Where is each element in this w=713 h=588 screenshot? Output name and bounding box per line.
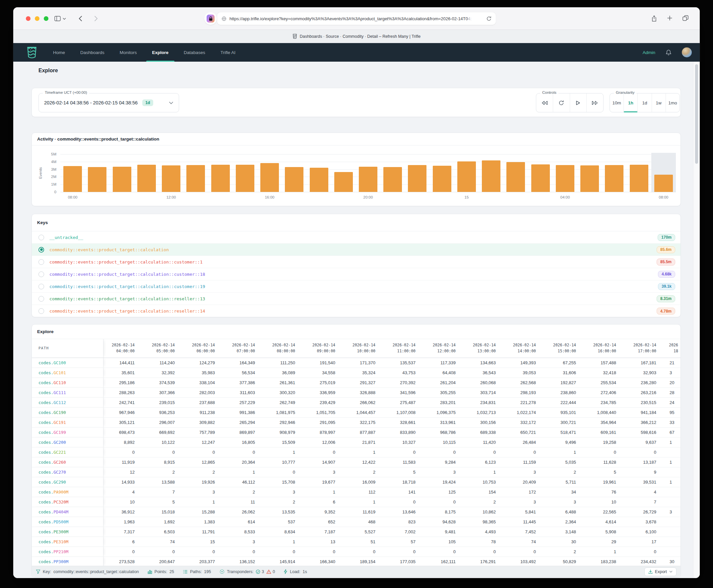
key-row[interactable]: commodity::events::product_target::calcu…	[32, 305, 680, 317]
forward-button[interactable]	[92, 13, 100, 24]
path-cell[interactable]: codes.GC270	[32, 467, 103, 477]
browser-tab[interactable]: Dashboards · Source · Commodity · Detail…	[13, 30, 700, 43]
transponders-warn: 0	[266, 569, 275, 574]
path-cell[interactable]: codes.GC290	[32, 477, 103, 487]
value-cell: 0	[625, 547, 665, 556]
sidebar-toggle-button[interactable]	[53, 13, 68, 24]
key-radio[interactable]	[39, 296, 44, 302]
value-cell: 5	[585, 467, 625, 477]
key-radio[interactable]	[39, 284, 44, 289]
key-row[interactable]: commodity::events::product_target::calcu…	[32, 293, 680, 305]
path-code: GC101	[54, 370, 66, 375]
path-prefix: codes.	[39, 390, 54, 395]
key-radio[interactable]	[39, 259, 44, 265]
path-cell[interactable]: codes.PP300M	[32, 556, 103, 566]
share-icon[interactable]	[651, 15, 657, 22]
table-row: codes.PE310M67415311351571057874302917	[32, 537, 680, 547]
nav-item-monitors[interactable]: Monitors	[120, 43, 137, 62]
playback-controls: Controls	[536, 93, 604, 112]
key-count-badge: 4.68k	[658, 271, 675, 278]
value-cell: 2	[464, 497, 504, 507]
granularity-option-1w[interactable]: 1w	[652, 93, 666, 112]
value-cell: 261,361	[264, 378, 304, 387]
key-radio[interactable]	[39, 271, 44, 277]
path-prefix: codes.	[39, 509, 54, 514]
path-cell[interactable]: codes.GC200	[32, 437, 103, 447]
granularity-option-10m[interactable]: 10m	[610, 93, 624, 112]
privacy-extension-button[interactable]	[204, 12, 217, 25]
scrollbar-track[interactable]	[693, 62, 700, 578]
key-row[interactable]: commodity::events::product_target::calcu…	[32, 280, 680, 293]
path-cell[interactable]: codes.PA900M	[32, 487, 103, 497]
skip-forward-button[interactable]	[587, 93, 603, 112]
value-cell: 10,862	[464, 507, 504, 517]
close-window-button[interactable]	[26, 16, 30, 21]
value-cell: 32,418	[585, 368, 625, 378]
skip-back-button[interactable]	[536, 93, 553, 112]
path-cell[interactable]: codes.GC112	[32, 397, 103, 407]
path-cell[interactable]: codes.GC221	[32, 447, 103, 457]
admin-link[interactable]: Admin	[643, 50, 655, 55]
refresh-button[interactable]	[553, 93, 570, 112]
value-cell: 19,424	[424, 477, 464, 487]
tab-overview-icon[interactable]	[683, 15, 689, 21]
granularity-option-1h[interactable]: 1h	[624, 93, 638, 112]
timeframe-picker[interactable]: Timeframe UCT (+00:00) 2026-02-14 04:38:…	[39, 93, 179, 112]
address-bar[interactable]: https://app.trifle.io/explore?key=commod…	[217, 12, 496, 25]
nav-item-dashboards[interactable]: Dashboards	[80, 43, 104, 62]
export-button[interactable]: Export	[644, 567, 676, 576]
key-row[interactable]: commodity::events::product_target::calcu…	[32, 256, 680, 268]
path-cell[interactable]: codes.PC320M	[32, 497, 103, 507]
scrollbar-thumb[interactable]	[695, 64, 698, 164]
key-radio[interactable]	[39, 247, 44, 253]
zoom-window-button[interactable]	[44, 16, 48, 21]
key-count-badge: 85.5m	[657, 258, 675, 266]
path-cell[interactable]: codes.GC100	[32, 358, 103, 368]
toolbar-card: Timeframe UCT (+00:00) 2026-02-14 04:38:…	[32, 88, 681, 117]
key-row[interactable]: commodity::events::product_target::calcu…	[32, 268, 680, 280]
path-cell[interactable]: codes.PD404M	[32, 507, 103, 517]
value-cell: 272,406	[585, 387, 625, 397]
nav-item-trifle-ai[interactable]: Trifle AI	[221, 43, 236, 62]
value-cell: 6,488	[545, 507, 585, 517]
value-cell: 614	[224, 517, 264, 527]
path-cell[interactable]: codes.GC199	[32, 427, 103, 437]
path-cell[interactable]: codes.PP210M	[32, 547, 103, 556]
nav-item-home[interactable]: Home	[53, 43, 65, 62]
value-cell: 878,997	[304, 427, 344, 437]
value-cell-clipped: 21	[665, 358, 680, 368]
y-axis-tick-label: 2M	[41, 175, 56, 178]
path-cell[interactable]: codes.GC111	[32, 387, 103, 397]
path-cell[interactable]: codes.GC110	[32, 378, 103, 387]
path-cell[interactable]: codes.GC191	[32, 417, 103, 427]
value-cell: 823	[384, 517, 424, 527]
minimize-window-button[interactable]	[35, 16, 39, 21]
avatar[interactable]	[682, 47, 692, 57]
path-prefix: codes.	[39, 489, 54, 495]
bell-icon[interactable]	[665, 49, 672, 56]
path-cell[interactable]: codes.GC101	[32, 368, 103, 378]
value-cell: 3	[224, 537, 264, 547]
path-cell[interactable]: codes.GC260	[32, 457, 103, 467]
key-radio[interactable]	[39, 235, 44, 240]
reload-icon[interactable]	[487, 16, 491, 21]
key-radio[interactable]	[39, 308, 44, 314]
granularity-option-1d[interactable]: 1d	[638, 93, 652, 112]
nav-item-databases[interactable]: Databases	[184, 43, 205, 62]
trifle-logo-icon[interactable]	[26, 45, 38, 59]
granularity-option-1mo[interactable]: 1mo	[666, 93, 679, 112]
activity-bar	[63, 166, 82, 192]
tab-title: Dashboards · Source · Commodity · Detail…	[300, 34, 421, 39]
value-cell: 0	[384, 497, 424, 507]
back-button[interactable]	[77, 13, 84, 24]
key-row[interactable]: __untracked__170m	[32, 231, 680, 244]
new-tab-icon[interactable]	[667, 15, 673, 21]
path-cell[interactable]: codes.GC190	[32, 407, 103, 417]
key-row[interactable]: commodity::events::product_target::calcu…	[32, 244, 680, 256]
path-cell[interactable]: codes.PE300M	[32, 527, 103, 537]
play-button[interactable]	[570, 93, 587, 112]
path-cell[interactable]: codes.PD500M	[32, 517, 103, 527]
nav-item-explore[interactable]: Explore	[152, 43, 169, 62]
path-cell[interactable]: codes.PE310M	[32, 537, 103, 547]
url-text: https://app.trifle.io/explore?key=commod…	[229, 16, 484, 21]
